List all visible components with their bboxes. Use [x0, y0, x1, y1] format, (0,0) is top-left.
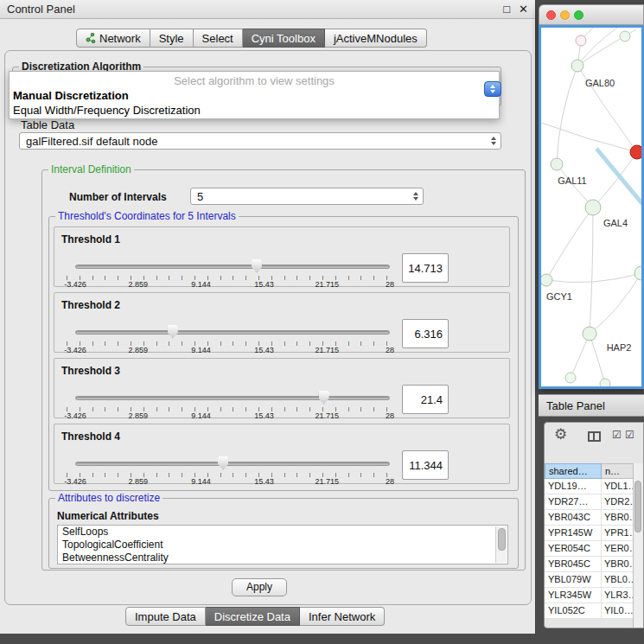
- slider-scale-labels: -3.426 2.859 9.144 15.43 21.715 28: [75, 477, 390, 485]
- table-row[interactable]: YPR145W YPR1…: [545, 526, 634, 541]
- table-row[interactable]: YDL19… YDL1…: [545, 479, 634, 494]
- node-label-gal4: GAL4: [603, 218, 628, 228]
- cell-shared-name[interactable]: YPR145W: [545, 526, 602, 540]
- threshold-1-value-field[interactable]: [402, 253, 449, 283]
- cell-shared-name[interactable]: YLR345W: [545, 588, 602, 603]
- threshold-4-slider[interactable]: [75, 456, 390, 471]
- network-node-gcy1[interactable]: [541, 274, 552, 286]
- attribute-item-topologicalcoefficient[interactable]: TopologicalCoefficient: [58, 539, 507, 552]
- cell-name[interactable]: YER0…: [602, 541, 634, 556]
- combo-stepper-icon[interactable]: [491, 137, 496, 145]
- network-node[interactable]: [620, 31, 630, 41]
- tab-jactivemnodules[interactable]: jActiveMNodules: [325, 29, 427, 48]
- threshold-3-value-field[interactable]: [402, 385, 449, 414]
- slider-track[interactable]: [75, 330, 390, 335]
- cell-shared-name[interactable]: YBR045C: [545, 557, 602, 571]
- attribute-item-selfloops[interactable]: SelfLoops: [58, 526, 507, 539]
- slider-thumb[interactable]: [168, 325, 178, 339]
- node-label-gal80: GAL80: [585, 78, 615, 88]
- scrollbar-thumb[interactable]: [498, 528, 506, 551]
- columns-icon[interactable]: [588, 431, 601, 442]
- cell-shared-name[interactable]: YDR27…: [545, 494, 602, 509]
- cell-name[interactable]: YBL0…: [602, 572, 634, 587]
- numerical-attributes-label: Numerical Attributes: [57, 510, 159, 522]
- attribute-item-betweennesscentrality[interactable]: BetweennessCentrality: [58, 552, 507, 564]
- selected-red-node[interactable]: [630, 145, 641, 159]
- tab-infer-network[interactable]: Infer Network: [300, 607, 385, 626]
- slider-scale-labels: -3.426 2.859 9.144 15.43 21.715 28: [75, 346, 390, 354]
- cell-shared-name[interactable]: YBR043C: [545, 510, 602, 525]
- table-rows: YDL19… YDL1… YDR27… YDR2… YBR043C YBR0… …: [545, 479, 634, 619]
- column-header-name[interactable]: n…: [602, 463, 634, 479]
- column-header-shared-name[interactable]: shared…: [545, 463, 602, 479]
- network-node[interactable]: [600, 379, 610, 386]
- threshold-4-value-field[interactable]: [402, 450, 449, 480]
- threshold-2-slider[interactable]: [75, 324, 390, 340]
- cell-name[interactable]: YBR0…: [602, 510, 634, 525]
- slider-track[interactable]: [75, 396, 390, 400]
- table-row[interactable]: YLR345W YLR3…: [545, 588, 634, 603]
- algorithm-option-manual-discretization[interactable]: Manual Discretization: [13, 89, 129, 102]
- algorithm-option-equal-width-frequency[interactable]: Equal Width/Frequency Discretization: [13, 104, 201, 117]
- cell-shared-name[interactable]: YDL19…: [545, 479, 602, 494]
- slider-thumb[interactable]: [218, 456, 228, 470]
- interval-definition-group-title: Interval Definition: [48, 163, 134, 175]
- table-row[interactable]: YER054C YER0…: [545, 541, 634, 557]
- network-view-window: GAL80 GAL11 GAL4 GCY1 HAP2: [539, 4, 644, 389]
- zoom-traffic-light[interactable]: [574, 10, 583, 20]
- network-node-gal4[interactable]: [585, 200, 601, 215]
- cell-shared-name[interactable]: YBL079W: [545, 572, 602, 587]
- table-row[interactable]: YIL052C YIL0…: [545, 603, 634, 619]
- threshold-2-value-field[interactable]: [402, 319, 449, 348]
- slider-track[interactable]: [75, 462, 390, 466]
- number-of-intervals-combobox[interactable]: 5: [190, 188, 424, 205]
- checkbox-icon[interactable]: ☑: [625, 429, 634, 441]
- slider-thumb[interactable]: [252, 259, 262, 273]
- table-row[interactable]: YBR043C YBR0…: [545, 510, 634, 526]
- cell-shared-name[interactable]: YER054C: [545, 541, 602, 556]
- tab-impute-data[interactable]: Impute Data: [125, 607, 206, 626]
- combo-stepper-icon[interactable]: [413, 192, 418, 201]
- network-canvas[interactable]: GAL80 GAL11 GAL4 GCY1 HAP2: [539, 25, 644, 389]
- slider-thumb[interactable]: [319, 391, 329, 405]
- table-row[interactable]: YBL079W YBL0…: [545, 572, 634, 588]
- tab-discretize-data[interactable]: Discretize Data: [206, 607, 300, 626]
- tab-cyni-toolbox[interactable]: Cyni Toolbox: [243, 29, 325, 48]
- cell-name[interactable]: YLR3…: [602, 588, 634, 603]
- table-scrollbar[interactable]: [633, 463, 643, 628]
- attributes-list-scrollbar[interactable]: [495, 526, 507, 563]
- node-label-gal11: GAL11: [558, 175, 586, 186]
- apply-button[interactable]: Apply: [232, 578, 287, 596]
- tab-select[interactable]: Select: [194, 29, 243, 48]
- cell-name[interactable]: YPR1…: [602, 526, 634, 540]
- network-node[interactable]: [565, 373, 576, 383]
- network-node-gal80[interactable]: [571, 60, 583, 72]
- top-tab-bar: Network Style Select Cyni Toolbox jActiv…: [76, 29, 427, 48]
- threshold-3-slider[interactable]: [75, 390, 390, 405]
- cell-name[interactable]: YIL0…: [602, 603, 634, 618]
- gear-icon[interactable]: ⚙: [554, 425, 567, 443]
- close-traffic-light[interactable]: [546, 10, 556, 20]
- network-node-hap2[interactable]: [583, 327, 596, 341]
- table-row[interactable]: YBR045C YBR0…: [545, 557, 634, 572]
- cell-shared-name[interactable]: YIL052C: [545, 603, 602, 618]
- table-data-combobox[interactable]: galFiltered.sif default node: [19, 132, 501, 150]
- slider-track[interactable]: [75, 265, 390, 269]
- scrollbar-thumb[interactable]: [634, 481, 641, 532]
- table-row[interactable]: YDR27… YDR2…: [545, 494, 634, 510]
- cell-name[interactable]: YDR2…: [602, 494, 634, 509]
- float-window-icon[interactable]: □: [503, 1, 510, 18]
- cell-name[interactable]: YBR0…: [602, 557, 634, 571]
- tab-style[interactable]: Style: [150, 29, 194, 48]
- network-node-gal11[interactable]: [551, 158, 563, 170]
- minimize-traffic-light[interactable]: [560, 10, 570, 20]
- cell-name[interactable]: YDL1…: [602, 479, 634, 494]
- network-node[interactable]: [634, 266, 641, 280]
- close-window-icon[interactable]: ✕: [519, 1, 528, 18]
- threshold-1-slider[interactable]: [75, 258, 390, 274]
- table-data-label: Table Data: [21, 118, 74, 131]
- tab-network[interactable]: Network: [76, 29, 150, 48]
- algorithm-combo-stepper[interactable]: [484, 81, 501, 97]
- checkbox-icon[interactable]: ☑: [612, 429, 622, 441]
- network-node[interactable]: [576, 35, 586, 46]
